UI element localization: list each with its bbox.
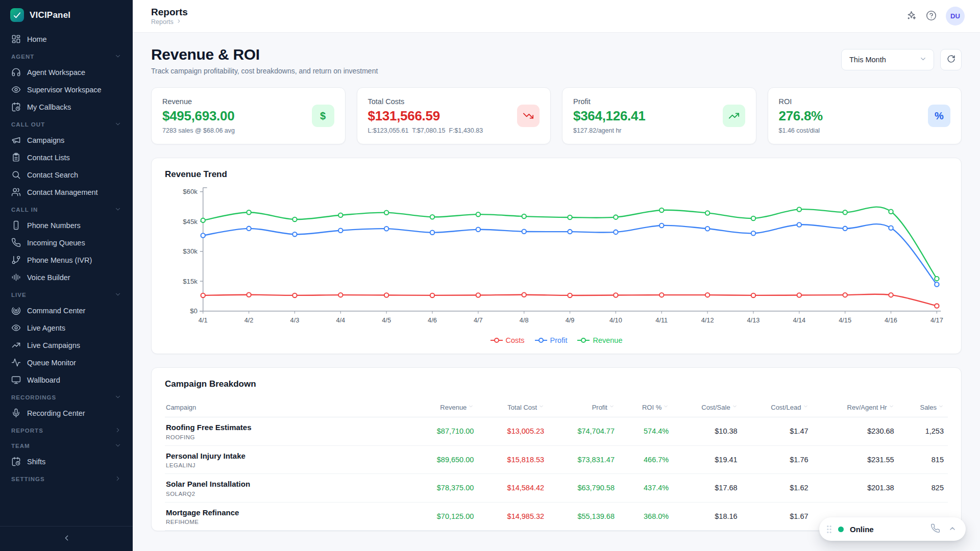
svg-text:$15k: $15k [183,278,198,285]
column-header-cost-sale[interactable]: Cost/Sale [673,397,741,417]
sidebar-item-recording-center[interactable]: Recording Center [6,405,127,421]
legend-item-revenue[interactable]: Revenue [577,336,622,344]
refresh-button[interactable] [940,49,962,70]
legend-label: Costs [506,336,525,344]
campaign-table: CampaignRevenueTotal CostProfitROI %Cost… [165,397,948,531]
sidebar-item-live-agents[interactable]: Live Agents [6,319,127,336]
calendar-clock-icon [11,102,21,112]
campaign-code: LEGALINJ [166,462,404,468]
page-content: Revenue & ROI Track campaign profitabili… [133,33,980,551]
sidebar-item-supervisor-workspace[interactable]: Supervisor Workspace [6,81,127,98]
legend-item-costs[interactable]: Costs [491,336,525,344]
chevron-right-icon [176,18,182,26]
user-avatar[interactable]: DU [946,7,965,26]
trending-up-icon [723,105,745,127]
sidebar-section-call-out[interactable]: CALL OUT [6,116,127,131]
campaign-table-body: Roofing Free Estimates ROOFING$87,710.00… [165,417,948,531]
sidebar-item-contact-lists[interactable]: Contact Lists [6,149,127,166]
sidebar-item-voice-builder[interactable]: Voice Builder [6,269,127,286]
cell-roi: 466.7% [619,445,673,474]
topbar: Reports Reports DU [133,0,980,33]
sidebar-item-label: Voice Builder [27,273,70,282]
waveform-icon [11,272,21,282]
sidebar-item-agent-workspace[interactable]: Agent Workspace [6,64,127,81]
sidebar-item-queue-monitor[interactable]: Queue Monitor [6,354,127,371]
breadcrumb-item[interactable]: Reports [151,18,174,26]
column-header-cost-lead[interactable]: Cost/Lead [742,397,813,417]
column-header-roi[interactable]: ROI % [619,397,673,417]
sidebar-item-contact-management[interactable]: Contact Management [6,184,127,201]
sidebar-item-label: Incoming Queues [27,239,85,247]
agent-status-label: Online [850,525,874,534]
sidebar-item-phone-numbers[interactable]: Phone Numbers [6,217,127,234]
chevron-up-icon [948,524,957,534]
column-label: Cost/Lead [771,404,801,411]
sidebar-item-command-center[interactable]: Command Center [6,302,127,319]
cell-cost-sale: $19.41 [673,445,741,474]
column-label: Revenue [440,404,467,411]
column-header-revenue[interactable]: Revenue [408,397,478,417]
cell-total-cost: $15,818.53 [478,445,548,474]
sidebar-section-recordings[interactable]: RECORDINGS [6,389,127,404]
sidebar-section-team[interactable]: TEAM [6,437,127,453]
sidebar-collapse-button[interactable] [57,532,76,546]
sidebar-section-settings[interactable]: SETTINGS [6,470,127,486]
legend-marker-icon [491,337,503,343]
column-header-total-cost[interactable]: Total Cost [478,397,548,417]
cell-cost-lead: $1.76 [742,445,813,474]
svg-text:4/6: 4/6 [428,316,437,324]
legend-item-profit[interactable]: Profit [535,336,568,344]
sidebar-section-reports[interactable]: REPORTS [6,422,127,437]
svg-text:4/3: 4/3 [290,316,300,324]
help-button[interactable] [926,10,937,22]
column-label: Sales [920,404,937,411]
table-header-row: CampaignRevenueTotal CostProfitROI %Cost… [165,397,948,417]
svg-text:4/11: 4/11 [655,316,668,324]
period-select[interactable]: This Month [841,49,934,70]
sidebar-section-call-in[interactable]: CALL IN [6,201,127,216]
table-row: Personal Injury Intake LEGALINJ$89,650.0… [165,445,948,474]
campaign-name: Mortgage Refinance [166,508,404,518]
sidebar-section-label: TEAM [11,443,30,449]
column-header-sales[interactable]: Sales [898,397,948,417]
sidebar-item-my-callbacks[interactable]: My Callbacks [6,98,127,115]
cell-profit: $63,790.58 [548,474,619,503]
sidebar-section-agent[interactable]: AGENT [6,48,127,63]
svg-text:4/2: 4/2 [244,316,254,324]
svg-text:$0: $0 [190,307,198,315]
sidebar-item-phone-menus-ivr[interactable]: Phone Menus (IVR) [6,252,127,268]
sidebar-item-label: Phone Numbers [27,221,81,230]
home-icon [11,34,21,44]
sidebar-item-live-campaigns[interactable]: Live Campaigns [6,337,127,354]
sidebar-item-wallboard[interactable]: Wallboard [6,371,127,388]
column-label: ROI % [642,404,662,411]
sidebar-item-contact-search[interactable]: Contact Search [6,166,127,183]
sidebar-item-campaigns[interactable]: Campaigns [6,132,127,148]
cell-campaign: Roofing Free Estimates ROOFING [165,417,408,446]
sidebar-item-home[interactable]: Home [6,31,127,47]
stat-value: $364,126.41 [573,108,645,124]
stat-card-total-costs: Total Costs $131,566.59 L:$123,055.61 T:… [357,87,551,144]
chevron-down-icon [919,55,927,64]
sidebar-section-live[interactable]: LIVE [6,286,127,302]
app-logo: VICIPanel [0,0,133,28]
cell-cost-lead: $1.67 [742,502,813,531]
sidebar-item-label: Shifts [27,458,45,466]
sidebar-section-label: AGENT [11,54,34,60]
sidebar: VICIPanel HomeAGENT Agent Workspace Supe… [0,0,133,551]
widget-collapse-button[interactable] [947,523,958,535]
line-chart: $0$15k$30k$45k$60k4/14/24/34/44/54/64/74… [165,183,948,333]
sidebar-item-incoming-queues[interactable]: Incoming Queues [6,234,127,251]
cell-total-cost: $14,584.42 [478,474,548,503]
drag-handle[interactable] [826,525,832,534]
column-header-profit[interactable]: Profit [548,397,619,417]
chevron-down-icon [114,442,121,450]
sidebar-item-shifts[interactable]: Shifts [6,453,127,470]
column-header-rev-agent-hr[interactable]: Rev/Agent Hr [813,397,898,417]
svg-text:4/16: 4/16 [885,316,897,324]
dialpad-button[interactable] [929,522,941,536]
stat-card-text: ROI 276.8% $1.46 cost/dial [779,97,823,134]
ai-assistant-button[interactable] [906,10,917,22]
sidebar-section-label: CALL OUT [11,121,45,128]
sidebar-nav: HomeAGENT Agent Workspace Supervisor Wor… [0,28,133,526]
